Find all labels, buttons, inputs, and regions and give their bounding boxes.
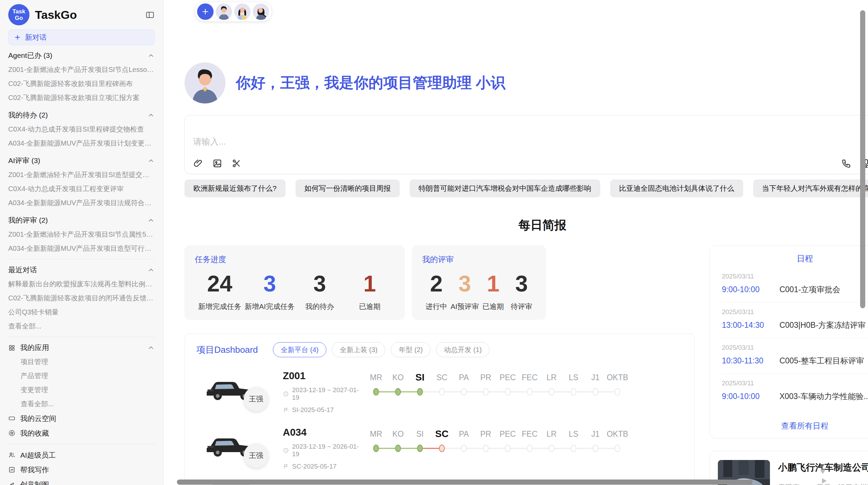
chevron-up-icon[interactable] bbox=[147, 157, 155, 164]
chevron-up-icon[interactable] bbox=[147, 112, 155, 119]
recent-chat-item[interactable]: C02-飞腾新能源轻客改款项目的闭环通告反馈情况 bbox=[8, 291, 155, 305]
sidebar-task-item[interactable]: A034-全新新能源MUV产品开发项目法规符合性评审 bbox=[8, 196, 155, 210]
milestone-dot-wrap bbox=[606, 385, 628, 399]
schedule-row: 10:30-11:30 C005-整车工程目标评审 加入 bbox=[722, 356, 868, 366]
recent-chat-item[interactable]: 查看全部... bbox=[8, 319, 155, 333]
stat-value: 3 bbox=[507, 267, 536, 300]
recent-chat-item[interactable]: 公司Q3轻卡销量 bbox=[8, 305, 155, 319]
dashboard-tab[interactable]: 动总开发 (1) bbox=[436, 342, 490, 357]
suggestion-chip[interactable]: 特朗普可能对进口汽车增税会对中国车企造成哪些影响 bbox=[410, 179, 600, 197]
image-icon[interactable] bbox=[212, 158, 222, 169]
sidebar-task-item[interactable]: C02-飞腾新能源轻客改款项目立项汇报方案 bbox=[8, 91, 155, 105]
dashboard-tab[interactable]: 全新平台 (4) bbox=[273, 342, 326, 357]
project-row[interactable]: 王强 Z001 2023-12-19 ~ 2027-01-19 bbox=[194, 370, 685, 414]
new-chat-button[interactable]: 新对话 bbox=[8, 29, 155, 45]
milestone: MR bbox=[365, 427, 387, 456]
milestone-dot bbox=[505, 388, 511, 396]
suggestion-chip[interactable]: 比亚迪全固态电池计划具体说了什么 bbox=[610, 179, 743, 197]
milestone: PEC bbox=[497, 427, 519, 456]
sidebar-task-item[interactable]: A034-全新新能源MUV产品开发项目计划变更表编写 bbox=[8, 136, 155, 150]
chevron-up-icon[interactable] bbox=[147, 52, 155, 59]
sidebar-task-item[interactable]: C0X4-动力总成开发项目工程变更评审 bbox=[8, 182, 155, 196]
sidebar-task-item[interactable]: Z001-全新燃油轻卡产品开发项目SI节点属性5D文件评审 bbox=[8, 227, 155, 241]
milestone-dot-wrap bbox=[387, 385, 409, 399]
sidebar-tool[interactable]: 帮我写作 bbox=[8, 462, 155, 477]
milestone-label: SI bbox=[409, 370, 431, 385]
recent-chat-item[interactable]: 解释最新出台的欧盟报废车法规再生塑料比例被调至15%... bbox=[8, 277, 155, 291]
sidebar-app-item[interactable]: 项目管理 bbox=[8, 355, 155, 369]
milestone-dot-wrap bbox=[431, 441, 453, 456]
dashboard-tab[interactable]: 年型 (2) bbox=[391, 342, 431, 357]
chevron-up-icon[interactable] bbox=[147, 217, 155, 224]
milestone-dot-wrap bbox=[519, 385, 541, 399]
agent-avatar[interactable] bbox=[253, 3, 269, 20]
new-chat-label: 新对话 bbox=[25, 33, 47, 42]
stat: 3 新增AI完成任务 bbox=[245, 267, 295, 311]
avatar-illustration bbox=[216, 3, 232, 20]
sidebar-link[interactable]: 我的云空间 bbox=[8, 411, 155, 426]
group-header[interactable]: 我的评审 (2) bbox=[8, 213, 155, 227]
dashboard-tab[interactable]: 全新上装 (3) bbox=[332, 342, 385, 357]
scissors-icon[interactable] bbox=[231, 158, 242, 169]
vertical-scrollbar[interactable] bbox=[860, 10, 865, 308]
group-title: 最近对话 bbox=[8, 265, 37, 275]
group-header[interactable]: Agent已办 (3) bbox=[8, 48, 155, 63]
view-all-schedule-link[interactable]: 查看所有日程 bbox=[722, 418, 868, 433]
group-header[interactable]: AI评审 (3) bbox=[8, 153, 155, 168]
recent-chats-group: 最近对话 解释最新出台的欧盟报废车法规再生塑料比例被调至15%... C02-飞… bbox=[8, 263, 155, 333]
agent-avatar[interactable] bbox=[216, 3, 232, 20]
attachment-icon[interactable] bbox=[193, 158, 203, 169]
chevron-up-icon[interactable] bbox=[147, 344, 155, 351]
schedule-item: 2025/03/11 9:00-10:00 C001-立项审批会 加入 bbox=[722, 267, 868, 302]
plus-icon bbox=[201, 8, 209, 16]
add-agent-button[interactable] bbox=[197, 3, 214, 20]
suggestion-chip[interactable]: 当下年轻人对汽车外观有怎样的喜好趋势 bbox=[753, 179, 868, 197]
sidebar-tool[interactable]: 创意制图 bbox=[8, 477, 155, 485]
sidebar-app-item[interactable]: 查看全部... bbox=[8, 397, 155, 411]
stat-value: 3 bbox=[450, 267, 479, 300]
chat-input[interactable]: 请输入... bbox=[184, 115, 868, 174]
project-node-text: SC-2025-05-17 bbox=[292, 463, 337, 470]
group-header[interactable]: 我的应用 bbox=[8, 340, 155, 355]
sidebar-task-item[interactable]: A034-全新新能源MUV产品开发项目造型可行性评审 bbox=[8, 241, 155, 256]
scroll-right-arrow[interactable] bbox=[822, 478, 827, 484]
flag-icon bbox=[283, 407, 289, 413]
sidebar-task-item[interactable]: C02-飞腾新能源轻客改款项目里程碑画布 bbox=[8, 77, 155, 91]
group-header[interactable]: 最近对话 bbox=[8, 263, 155, 277]
chevron-up-icon[interactable] bbox=[147, 266, 155, 274]
divider bbox=[8, 444, 155, 444]
agent-avatar[interactable] bbox=[234, 3, 251, 20]
sidebar-task-item[interactable]: Z001-全新燃油皮卡产品开发项目SI节点Lesson Learn报告 bbox=[8, 63, 155, 77]
sidebar-tool[interactable]: AI超级员工 bbox=[8, 448, 155, 462]
project-row[interactable]: 王强 A034 2023-12-19 ~ 2026-01-19 bbox=[194, 426, 685, 470]
stat-grid: 2 进行中 3 AI预评审 bbox=[422, 267, 535, 311]
suggestion-chip[interactable]: 欧洲新规最近颁布了什么? bbox=[184, 179, 286, 197]
briefing-header: 每日简报 bbox=[184, 217, 868, 233]
sidebar-task-item[interactable]: C0X4-动力总成开发项目SI里程碑提交物检查 bbox=[8, 122, 155, 136]
milestone-label: PR bbox=[475, 370, 497, 385]
milestone-dot bbox=[571, 388, 577, 396]
milestone-label: SI bbox=[409, 427, 431, 441]
sidebar-link[interactable]: 我的收藏 bbox=[8, 426, 155, 440]
suggestion-chip[interactable]: 如何写一份清晰的项目周报 bbox=[296, 179, 400, 197]
project-node: SC-2025-05-17 bbox=[283, 463, 365, 470]
collapse-sidebar-icon[interactable] bbox=[145, 10, 155, 20]
scroll-down-arrow[interactable] bbox=[820, 470, 825, 474]
horizontal-scrollbar[interactable] bbox=[177, 480, 753, 485]
milestone-dot bbox=[593, 445, 599, 452]
stat-card-title: 任务进度 bbox=[195, 254, 395, 265]
topbar: 王强 bbox=[184, 0, 868, 23]
clock-icon bbox=[283, 447, 289, 453]
sidebar-app-item[interactable]: 变更管理 bbox=[8, 383, 155, 397]
sidebar-app-item[interactable]: 产品管理 bbox=[8, 369, 155, 383]
milestone-label: PA bbox=[453, 370, 475, 385]
stat-label: 已逾期 bbox=[479, 302, 507, 311]
milestone-label: FEC bbox=[519, 427, 541, 441]
milestone-label: J1 bbox=[584, 370, 606, 385]
sidebar-tools: AI超级员工 帮我写作 创意制图 bbox=[8, 448, 155, 485]
dashboard-tabs: 全新平台 (4) 全新上装 (3) 年型 (2) 动总开发 (1) bbox=[273, 342, 490, 357]
group-header[interactable]: 我的待办 (2) bbox=[8, 108, 155, 122]
phone-icon[interactable] bbox=[841, 158, 852, 169]
schedule-meeting-title: C001-立项审批会 bbox=[780, 284, 868, 295]
sidebar-task-item[interactable]: Z001-全新燃油轻卡产品开发项目SI造型提交物评审 bbox=[8, 168, 155, 182]
